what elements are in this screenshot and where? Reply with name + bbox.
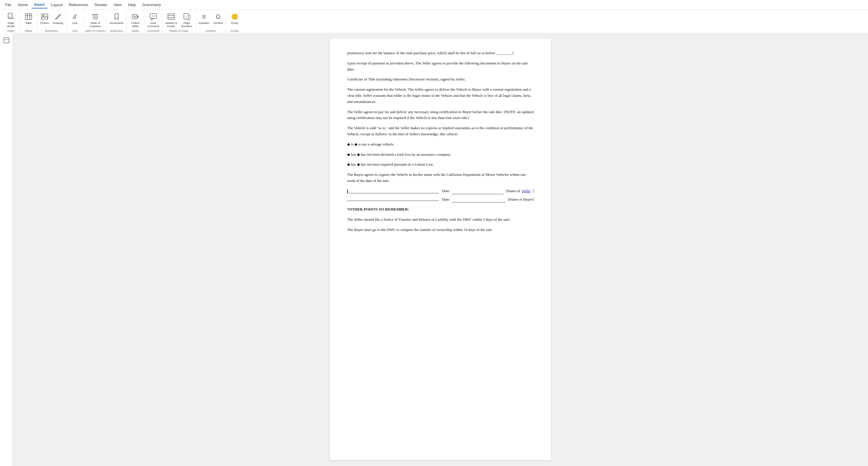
toc-label: Table ofContents — [90, 21, 100, 28]
new-comment-button[interactable]: NewComment — [146, 12, 161, 29]
svg-rect-23 — [168, 14, 174, 20]
svg-rect-0 — [8, 13, 12, 18]
ribbon-group-media: OnlineVideo Media — [127, 11, 144, 33]
media-group-label: Media — [132, 29, 139, 33]
svg-text:1: 1 — [185, 16, 187, 18]
sidebar — [0, 33, 13, 34]
menu-home[interactable]: Home — [15, 1, 31, 8]
equation-button[interactable]: π Equation — [197, 12, 211, 25]
menu-file[interactable]: File — [2, 1, 14, 8]
ribbon-group-pages: PageBreak Pages — [2, 11, 20, 33]
ribbon-group-header-footer: Header &Footer 1 PageNumbers Header & Fo… — [162, 11, 195, 33]
ribbon-group-comments: NewComment Comments — [144, 11, 162, 33]
page-break-button[interactable]: PageBreak — [5, 12, 17, 29]
menu-help[interactable]: Help — [125, 1, 139, 8]
symbols-group-label: Symbols — [206, 29, 216, 33]
ribbon-group-emojis: 🙂 Emoji Emojis — [226, 11, 243, 33]
comment-icon — [149, 12, 157, 21]
svg-marker-16 — [137, 16, 139, 18]
ribbon-group-symbols: π Equation Ω Symbol Symbols — [195, 11, 226, 33]
ribbon-group-toc: Table ofContents Table of Contents — [84, 11, 107, 33]
menu-review[interactable]: Review — [92, 1, 110, 8]
svg-point-21 — [152, 16, 153, 17]
illustrations-group-label: Illustrations — [45, 29, 58, 33]
comments-group-label: Comments — [147, 29, 160, 33]
svg-rect-3 — [25, 14, 32, 20]
toc-button[interactable]: Table ofContents — [88, 12, 102, 29]
toc-icon — [91, 12, 99, 21]
ribbon-group-illustrations: Picture Drawing Illustrations — [37, 11, 66, 33]
svg-point-8 — [42, 15, 44, 17]
header-footer-group-label: Header & Footer — [169, 29, 189, 33]
drawing-button[interactable]: Drawing — [51, 12, 65, 25]
equation-label: Equation — [198, 21, 210, 25]
page-break-icon — [7, 12, 15, 21]
links-group-label: Links — [72, 29, 78, 33]
picture-icon — [40, 12, 49, 21]
picture-label: Picture — [40, 21, 49, 25]
bookmarks-icon — [113, 12, 121, 21]
tables-group-label: Tables — [25, 29, 32, 33]
emoji-button[interactable]: 🙂 Emoji — [229, 12, 241, 25]
menu-references[interactable]: References — [66, 1, 91, 8]
ribbon-group-bookmarks: Bookmarks Bookmarks — [107, 11, 127, 33]
bookmarks-label: Bookmarks — [110, 21, 124, 25]
svg-rect-7 — [41, 14, 48, 19]
emojis-group-label: Emojis — [231, 29, 239, 33]
menu-view[interactable]: View — [111, 1, 124, 8]
ribbon: PageBreak Pages Table — [0, 10, 868, 34]
header-footer-icon — [167, 12, 175, 21]
online-video-label: OnlineVideo — [131, 21, 139, 28]
header-footer-button[interactable]: Header &Footer — [163, 12, 179, 29]
online-video-button[interactable]: OnlineVideo — [130, 12, 142, 29]
table-label: Table — [25, 21, 32, 25]
menu-layout[interactable]: Layout — [48, 1, 65, 8]
equation-icon: π — [200, 12, 208, 21]
svg-marker-20 — [151, 18, 154, 20]
emoji-icon: 🙂 — [230, 12, 239, 21]
svg-point-22 — [154, 16, 154, 17]
svg-point-18 — [134, 16, 135, 17]
menu-bar: File Home Insert Layout References Revie… — [0, 0, 868, 10]
drawing-icon — [54, 12, 62, 21]
symbol-icon: Ω — [214, 12, 222, 21]
bookmarks-button[interactable]: Bookmarks — [108, 12, 125, 25]
table-icon — [25, 12, 33, 21]
document-area: promissory note for the balance of the t… — [13, 33, 868, 34]
drawing-label: Drawing — [53, 21, 63, 25]
new-comment-label: NewComment — [147, 21, 159, 28]
svg-rect-19 — [150, 14, 157, 18]
page-numbers-label: PageNumbers — [181, 21, 192, 28]
menu-insert[interactable]: Insert — [31, 1, 48, 8]
page-numbers-button[interactable]: 1 PageNumbers — [179, 12, 194, 29]
video-icon — [131, 12, 140, 21]
picture-button[interactable]: Picture — [38, 12, 51, 25]
table-button[interactable]: Table — [23, 12, 34, 25]
menu-grammarly[interactable]: Grammarly — [139, 1, 164, 8]
symbol-button[interactable]: Ω Symbol — [212, 12, 224, 25]
ribbon-group-tables: Table Tables — [20, 11, 37, 33]
link-label: Link — [72, 21, 77, 25]
toc-group-label: Table of Contents — [85, 29, 105, 33]
header-footer-label: Header &Footer — [165, 21, 177, 28]
page-break-label: PageBreak — [7, 21, 14, 28]
page-numbers-icon: 1 — [183, 12, 191, 21]
ribbon-group-links: Link Links — [66, 11, 84, 33]
emoji-label: Emoji — [231, 21, 238, 25]
link-icon — [71, 12, 79, 21]
pages-group-label: Pages — [7, 29, 15, 33]
link-button[interactable]: Link — [69, 12, 81, 25]
bookmarks-group-label: Bookmarks — [110, 29, 123, 33]
symbol-label: Symbol — [213, 21, 223, 25]
